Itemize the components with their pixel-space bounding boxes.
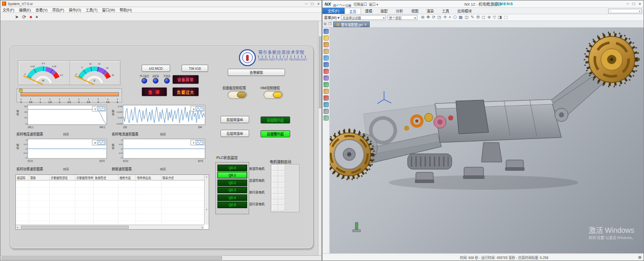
grid-cell[interactable] xyxy=(272,171,278,176)
maximize-icon[interactable]: ☐ xyxy=(311,1,314,7)
grid-cell[interactable] xyxy=(278,183,285,188)
fault-diagnosis-table[interactable]: 错误码现象诊断故障部位诊断故障零件失效形式维修方案零件供应商联系方式 ▲▼ ◄ … xyxy=(15,174,209,230)
run-continuous-icon[interactable]: ⟳ xyxy=(23,13,27,21)
ribbon-tool-icon[interactable]: ◳ xyxy=(437,14,441,21)
ribbon-tool-icon[interactable]: ⟳ xyxy=(432,14,435,21)
motor-grid-row[interactable] xyxy=(272,165,298,171)
scroll-right-icon[interactable]: ► xyxy=(202,226,204,229)
column-header[interactable]: 现象 xyxy=(29,175,50,180)
hscroll-thumb[interactable] xyxy=(21,226,129,229)
ribbon-tool-icon[interactable]: ✛ xyxy=(444,14,447,21)
maximize-icon[interactable]: ☐ xyxy=(632,1,635,7)
menu-item[interactable]: 工具(T) xyxy=(86,7,97,12)
grid-cell[interactable] xyxy=(278,188,285,194)
motor-grid-row[interactable] xyxy=(272,183,298,188)
close-icon[interactable]: ✕ xyxy=(317,1,320,7)
motor-grid-row[interactable] xyxy=(272,205,298,211)
grid-cell[interactable] xyxy=(278,165,285,171)
fault-table-body[interactable] xyxy=(16,180,204,225)
slider-track[interactable] xyxy=(21,92,119,96)
ribbon-tool-icon[interactable]: ▽ xyxy=(493,14,496,21)
ribbon-tab[interactable]: 建模 xyxy=(361,8,376,14)
column-header[interactable]: 诊断故障零件 xyxy=(75,175,94,180)
command-finder-search[interactable]: ⌕▾ xyxy=(608,9,642,13)
process-studio-icon[interactable] xyxy=(324,75,329,81)
grid-cell[interactable] xyxy=(272,183,278,188)
grid-cell[interactable] xyxy=(272,188,278,194)
constraint-navigator-icon[interactable] xyxy=(324,35,329,41)
menu-item[interactable]: 编辑(E) xyxy=(19,7,31,12)
ribbon-tool-icon[interactable]: ⊕ xyxy=(487,14,491,21)
selection-filter-combo[interactable]: 无选择过滤器▾ xyxy=(341,15,386,20)
motor-grid-row[interactable] xyxy=(272,199,298,205)
power-slider[interactable]: P 0 0.5 1 1.5 2 2.5 3 3.5 4 4.5 5 xyxy=(16,88,122,103)
alarm-clear-button[interactable]: 告警解除 xyxy=(228,69,285,76)
motor-grid-row[interactable] xyxy=(272,171,298,176)
menu-button[interactable]: 菜单(M) ▾ xyxy=(324,15,339,20)
switch-window-button[interactable]: 切换窗口 xyxy=(353,2,367,7)
paste-icon[interactable]: ▣ xyxy=(348,4,352,7)
ribbon-tool-icon[interactable]: ✎ xyxy=(471,14,474,21)
hmi-permission-toggle[interactable] xyxy=(264,91,283,99)
column-header[interactable]: 失效形式 xyxy=(94,175,118,180)
scroll-left-icon[interactable]: ◄ xyxy=(16,226,18,229)
gear-icon[interactable]: ⚙ xyxy=(324,22,327,26)
ribbon-tool-icon[interactable]: ⬚ xyxy=(504,14,508,21)
grid-cell[interactable] xyxy=(272,165,278,171)
hscroll-thumb[interactable] xyxy=(2,256,222,260)
fault-table-vscrollbar[interactable]: ▲▼ xyxy=(204,175,209,225)
ribbon-tool-icon[interactable]: ⌖ xyxy=(449,14,451,21)
system-visualization-icon[interactable] xyxy=(324,95,329,101)
grid-cell[interactable] xyxy=(278,199,285,205)
pause-icon[interactable]: ⏸ xyxy=(36,13,38,21)
column-header[interactable]: 错误码 xyxy=(16,175,29,180)
menu-item[interactable]: 操作(O) xyxy=(69,7,81,12)
column-header[interactable]: 联系方式 xyxy=(162,175,205,180)
ribbon-tool-icon[interactable]: ✥ xyxy=(427,14,430,21)
column-header[interactable]: 诊断故障部位 xyxy=(50,175,75,180)
front-panel-permission-toggle[interactable] xyxy=(228,91,247,99)
palette-icon[interactable] xyxy=(324,102,329,107)
motor-grid-row[interactable] xyxy=(272,188,298,194)
menu-item[interactable]: 查看(V) xyxy=(35,7,47,12)
ug-mcd-button[interactable]: UG MCD xyxy=(142,65,170,72)
abort-icon[interactable]: ⏺ xyxy=(30,13,32,21)
grid-cell[interactable] xyxy=(278,205,285,211)
grid-cell[interactable] xyxy=(272,176,278,182)
front-arm-button[interactable]: 前摇臂操纵 xyxy=(220,116,249,123)
history-icon[interactable] xyxy=(324,69,329,74)
close-tab-icon[interactable]: ✕ xyxy=(364,23,367,26)
grid-cell[interactable] xyxy=(272,194,278,199)
rear-arm-button[interactable]: 后摇臂操纵 xyxy=(220,130,249,137)
ribbon-tool-icon[interactable]: ◨ xyxy=(498,14,502,21)
labview-titlebar[interactable]: System_V7.0.vi ─ ☐ ✕ xyxy=(1,1,321,7)
motor-start-grid[interactable] xyxy=(271,164,299,212)
grid-cell[interactable] xyxy=(272,199,278,205)
ribbon-tab[interactable]: 装配 xyxy=(376,8,392,14)
column-header[interactable]: 零件供应商 xyxy=(136,175,162,180)
motor-grid-row[interactable] xyxy=(272,194,298,199)
window-menu-button[interactable]: 窗口 ▾ xyxy=(369,2,378,7)
fault-table-hscrollbar[interactable]: ◄ ► xyxy=(16,225,204,229)
ribbon-tool-icon[interactable]: ⊞ xyxy=(421,14,425,21)
part-navigator-icon[interactable] xyxy=(324,42,329,47)
file-tab[interactable]: 文件(F) xyxy=(323,8,345,14)
minimize-icon[interactable]: ─ xyxy=(627,1,629,7)
lv-vertical-scrollbar[interactable] xyxy=(318,21,321,255)
web-browser-icon[interactable] xyxy=(324,62,329,67)
grid-cell[interactable] xyxy=(278,171,285,176)
layout-icon[interactable]: ❐ xyxy=(328,22,331,26)
selection-scope-combo[interactable]: 整个装配▾ xyxy=(388,15,417,20)
close-icon[interactable]: ✕ xyxy=(638,1,641,7)
reuse-library-icon[interactable] xyxy=(324,49,329,54)
vscroll-thumb[interactable] xyxy=(319,36,321,108)
roles-icon[interactable] xyxy=(324,89,329,94)
run-icon[interactable]: ➤ xyxy=(15,13,19,21)
ribbon-tool-icon[interactable]: ◫ xyxy=(465,14,469,21)
menu-item[interactable]: 帮助(H) xyxy=(119,7,132,12)
grid-cell[interactable] xyxy=(278,176,285,182)
grid-cell[interactable] xyxy=(278,194,285,199)
manufacturing-wizard-icon[interactable] xyxy=(324,82,329,87)
column-header[interactable]: 维修方案 xyxy=(118,175,136,180)
ribbon-tool-icon[interactable]: ▦ xyxy=(459,14,463,21)
